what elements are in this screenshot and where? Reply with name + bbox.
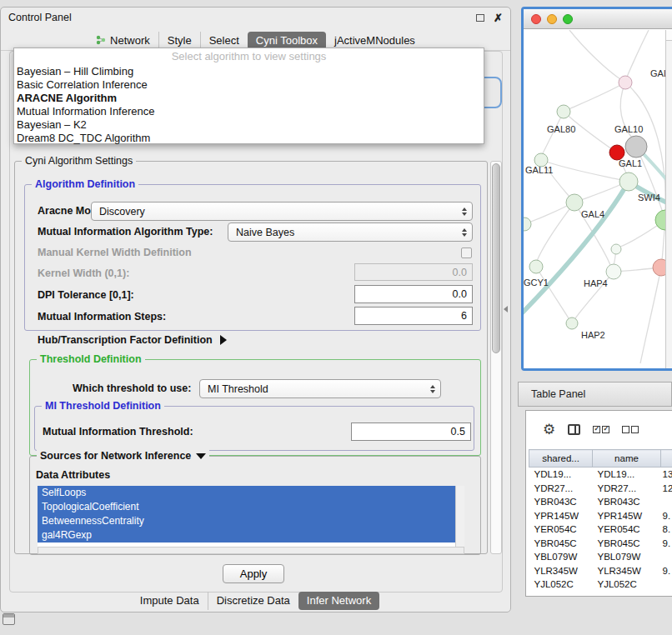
table-row[interactable]: YBR043CYBR043C [529,495,672,509]
scrollbar-thumb[interactable] [492,163,500,353]
selected-value: MI Threshold [208,383,268,395]
cell: YDR27... [593,482,661,496]
sources-title: Sources for Network Inference [40,450,191,462]
cell: YPR145W [529,509,593,523]
table-panel-titlebar[interactable]: Table Panel [518,382,672,407]
mi-threshold-input[interactable] [351,422,471,441]
column-header[interactable]: shared... [529,450,593,468]
attribute-list: SelfLoops TopologicalCoefficient Between… [38,486,464,547]
aracne-mode-select[interactable]: Discovery [91,202,473,221]
tab-label: Network [110,34,150,47]
column-header[interactable] [661,450,672,468]
node-label: SWI4 [638,192,660,202]
cell: 9. [661,564,672,578]
cell: YBR043C [593,495,661,509]
float-panel-icon[interactable] [476,14,484,22]
node-gal80 [557,105,570,118]
expand-arrow-icon [220,335,227,345]
table-toolbar: ⚙ ✓ ✓ [526,411,672,448]
columns-icon[interactable] [568,424,580,435]
table-row[interactable]: YER054CYER054C8. [529,522,672,537]
table-row[interactable]: YDR27...YDR27...12 [529,482,672,496]
collapse-arrow-icon[interactable] [196,453,206,459]
algorithm-option[interactable]: Bayesian – Hill Climbing [14,65,484,78]
hub-definition-toggle[interactable]: Hub/Transcription Factor Definition [38,334,227,346]
minimize-window-button[interactable] [547,14,557,24]
cell [661,550,672,564]
kernel-width-input [354,263,473,281]
settings-vertical-scrollbar[interactable] [490,161,502,554]
cell: YPR145W [593,509,661,523]
tab-label: Style [168,34,192,47]
attribute-list-horizontal-scrollbar[interactable] [38,547,464,554]
tab-label: Infer Network [307,594,371,607]
column-header[interactable]: name [593,450,661,468]
table-row[interactable]: YBR045CYBR045C9. [529,537,672,551]
node-label: GCY1 [524,278,549,288]
cell: YER054C [529,522,593,537]
algorithm-option[interactable]: Bayesian – K2 [14,118,484,132]
manual-kernel-label: Manual Kernel Width Definition [38,247,192,258]
mi-type-select[interactable]: Naive Bayes [228,222,473,242]
minimized-panel-icon[interactable] [3,613,15,625]
dropdown-prompt: Select algorithm to view settings [14,48,484,65]
algorithm-option-selected[interactable]: ARACNE Algorithm [14,92,484,105]
gear-icon[interactable]: ⚙ [543,422,555,437]
table-header-row: shared... name [529,450,672,468]
bottom-tabbar: Impute Data Discretize Data Infer Networ… [1,591,510,610]
dpi-tolerance-input[interactable] [354,285,473,303]
cell: YBR045C [529,537,593,551]
algorithm-option[interactable]: Mutual Information Inference [14,105,484,118]
cell: YBL079W [593,550,661,564]
table-row[interactable]: YJL052CYJL052C [529,578,672,592]
cell: YDL19... [529,468,593,482]
which-threshold-select[interactable]: MI Threshold [199,379,441,398]
node [611,244,621,254]
mi-steps-input[interactable] [354,307,473,325]
tab-impute-data[interactable]: Impute Data [132,592,208,610]
tab-infer-network[interactable]: Infer Network [298,592,379,610]
attribute-item[interactable]: gal4RGexp [38,528,455,542]
close-window-button[interactable] [531,14,541,24]
network-vertical-scrollbar[interactable] [665,30,672,368]
splitter-collapse-handle[interactable] [504,306,508,312]
control-panel-titlebar[interactable]: Control Panel ✗ [1,8,510,28]
close-panel-icon[interactable]: ✗ [494,12,503,24]
deselect-all-icon[interactable] [622,426,639,433]
table-panel: ⚙ ✓ ✓ shared... name YDL19...YDL19...13 … [525,410,672,597]
node-gal4 [566,194,583,211]
apply-button[interactable]: Apply [223,564,284,583]
cell: YDL19... [593,468,661,482]
dpi-tolerance-label: DPI Tolerance [0,1]: [38,289,134,301]
manual-kernel-checkbox[interactable] [461,248,472,258]
cell: 9. [661,537,672,551]
attribute-item[interactable]: TopologicalCoefficient [38,500,455,514]
tab-label: Select [209,34,239,47]
kernel-width-label: Kernel Width (0,1): [38,268,129,279]
cell: YJL052C [593,578,661,592]
cell: YBL079W [529,550,593,564]
cell: 12 [661,482,672,496]
network-canvas[interactable]: GAL GAL80 GAL10 GAL11 GAL1 SWI4 GAL4 GCY… [524,30,672,368]
attribute-item[interactable]: BetweennessCentrality [38,514,455,528]
table-row[interactable]: YLR345WYLR345W9. [529,564,672,578]
group-title: Sources for Network Inference [37,450,209,462]
zoom-window-button[interactable] [563,14,573,24]
select-all-icon[interactable]: ✓ ✓ [593,426,609,433]
network-window-titlebar[interactable] [524,9,672,29]
hub-definition-label: Hub/Transcription Factor Definition [38,334,213,346]
table-row[interactable]: YPR145WYPR145W9. [529,509,672,523]
attribute-item[interactable]: SelfLoops [38,486,455,500]
table-row[interactable]: YBL079WYBL079W [529,550,672,564]
algorithm-option[interactable]: Dream8 DC_TDC Algorithm [14,132,484,145]
which-threshold-label: Which threshold to use: [73,382,191,394]
node-hap2 [566,318,578,329]
tab-discretize-data[interactable]: Discretize Data [208,592,298,610]
attribute-list-vertical-scrollbar[interactable] [455,486,464,547]
table-row[interactable]: YDL19...YDL19...13 [529,468,672,482]
panel-title: Control Panel [8,12,72,23]
cell: 8. [661,522,672,537]
cell: YBR045C [593,537,661,551]
algorithm-option[interactable]: Basic Correlation Inference [14,78,484,92]
network-view-window[interactable]: GAL GAL80 GAL10 GAL11 GAL1 SWI4 GAL4 GCY… [521,7,672,371]
